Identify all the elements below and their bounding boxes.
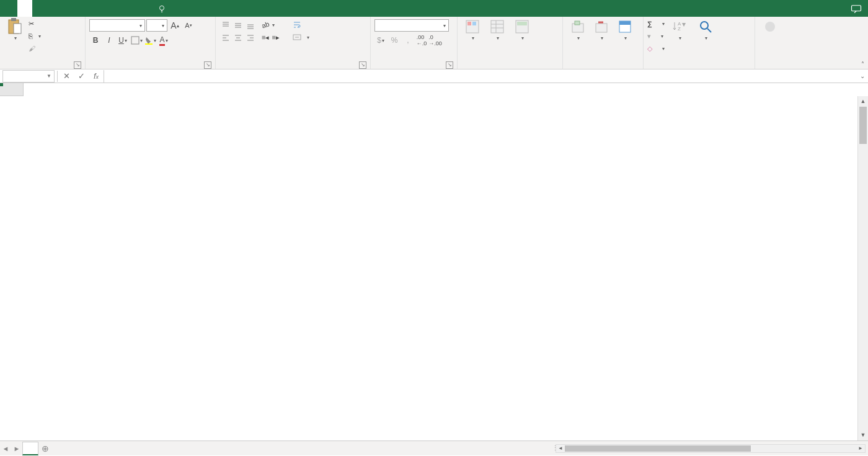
font-color-button[interactable]: A▾: [157, 34, 170, 47]
svg-rect-5: [131, 37, 139, 44]
fx-icon[interactable]: fx: [89, 71, 104, 81]
collapse-ribbon-icon[interactable]: ˄: [861, 61, 864, 68]
delete-cells-button[interactable]: ▾: [590, 18, 613, 41]
svg-rect-1: [852, 5, 861, 11]
group-styles: ▾ ▾ ▾: [458, 17, 563, 69]
fill-button[interactable]: ▾ ▾: [647, 30, 665, 42]
align-grid: [219, 19, 257, 44]
insert-cells-button[interactable]: ▾: [567, 18, 589, 41]
align-right-button[interactable]: [244, 32, 257, 44]
scroll-up-icon[interactable]: ▲: [858, 96, 868, 107]
underline-button[interactable]: U▾: [117, 34, 129, 47]
align-top-button[interactable]: [219, 19, 232, 32]
svg-rect-11: [491, 20, 503, 33]
align-center-button[interactable]: [232, 32, 244, 44]
horizontal-scrollbar[interactable]: ◄ ►: [556, 444, 866, 453]
tab-view[interactable]: [122, 0, 136, 17]
group-number: ▾ $▾ % , .00←.0 .0→.00 ↘: [371, 17, 458, 69]
new-sheet-button[interactable]: ⊕: [38, 444, 52, 454]
font-launcher[interactable]: ↘: [204, 61, 211, 69]
accounting-button[interactable]: $▾: [374, 34, 387, 47]
sheet-tab-bar: ◄ ► ⊕ ⋮ ◄ ►: [0, 440, 868, 455]
tab-draw[interactable]: [47, 0, 62, 17]
format-icon: [616, 18, 634, 35]
increase-indent-icon[interactable]: ≡▸: [272, 34, 279, 42]
tab-review[interactable]: [107, 0, 122, 17]
decrease-indent-icon[interactable]: ≡◂: [262, 34, 269, 42]
paste-button[interactable]: ▾: [4, 18, 26, 41]
align-bottom-button[interactable]: [244, 19, 257, 32]
tab-data[interactable]: [92, 0, 107, 17]
decrease-font-icon[interactable]: A▾: [182, 19, 195, 32]
vertical-scrollbar[interactable]: ▲ ▼: [857, 96, 868, 440]
orientation-button[interactable]: ab▾: [262, 19, 280, 30]
indent-buttons[interactable]: ≡◂ ≡▸: [262, 32, 280, 43]
sort-filter-button[interactable]: AZ ▾: [668, 18, 691, 41]
tab-insert[interactable]: [32, 0, 47, 17]
clear-button[interactable]: ◇ ▾: [647, 43, 665, 54]
increase-font-icon[interactable]: A▴: [169, 19, 181, 32]
enter-formula-button[interactable]: ✓: [74, 71, 89, 81]
format-cells-button[interactable]: ▾: [614, 18, 636, 41]
tab-help[interactable]: [136, 0, 151, 17]
find-select-button[interactable]: ▾: [694, 18, 717, 41]
vscroll-thumb[interactable]: [859, 107, 867, 144]
expand-formula-bar[interactable]: ⌄: [857, 73, 868, 79]
font-size-select[interactable]: ▾: [146, 19, 167, 32]
autosum-button[interactable]: ∑ ▾: [647, 18, 665, 29]
comma-button[interactable]: ,: [402, 34, 414, 47]
clipboard-launcher[interactable]: ↘: [74, 61, 81, 69]
font-name-select[interactable]: ▾: [89, 19, 145, 32]
copy-button[interactable]: ⎘ ▾: [29, 30, 41, 42]
scroll-left-icon[interactable]: ◄: [556, 445, 565, 451]
svg-point-22: [765, 22, 775, 32]
scroll-down-icon[interactable]: ▼: [858, 430, 868, 440]
formula-input[interactable]: [104, 70, 857, 83]
select-all-corner[interactable]: [0, 83, 24, 96]
align-middle-button[interactable]: [232, 19, 244, 32]
sheet-tab-1[interactable]: [22, 442, 38, 455]
sheet-nav-prev[interactable]: ◄: [0, 445, 11, 452]
group-editing: ∑ ▾ ▾ ▾ ◇ ▾ AZ ▾ ▾: [644, 17, 755, 69]
name-box[interactable]: ▼: [2, 70, 55, 83]
cancel-formula-button[interactable]: ✕: [59, 71, 74, 81]
delete-icon: [593, 18, 610, 35]
tab-page-layout[interactable]: [62, 0, 77, 17]
group-cells: ▾ ▾ ▾: [563, 17, 644, 69]
sheet-nav-next[interactable]: ►: [11, 445, 22, 452]
svg-point-0: [160, 6, 164, 10]
percent-button[interactable]: %: [388, 34, 401, 47]
tell-me[interactable]: [157, 4, 170, 13]
border-button[interactable]: ▾: [130, 34, 143, 47]
tab-formulas[interactable]: [77, 0, 92, 17]
format-painter-button[interactable]: 🖌: [29, 43, 41, 54]
alignment-launcher[interactable]: ↘: [359, 61, 366, 69]
scissors-icon: ✂: [29, 20, 34, 28]
number-launcher[interactable]: ↘: [446, 61, 453, 69]
wrap-text-button[interactable]: [293, 19, 309, 30]
merge-center-button[interactable]: ▾: [293, 32, 309, 43]
align-left-button[interactable]: [219, 32, 232, 44]
spreadsheet-grid: ▲ ▼: [0, 83, 868, 440]
fill-color-button[interactable]: ▾: [144, 34, 156, 47]
tab-file[interactable]: [0, 0, 17, 17]
table-icon: [489, 18, 506, 35]
chevron-down-icon: ▾: [14, 35, 17, 41]
scroll-right-icon[interactable]: ►: [856, 445, 865, 451]
cut-button[interactable]: ✂: [29, 18, 41, 29]
number-format-select[interactable]: ▾: [374, 19, 449, 32]
group-clipboard: ▾ ✂ ⎘ ▾ 🖌 ↘: [0, 17, 86, 69]
comments-icon[interactable]: [844, 4, 868, 13]
decrease-decimal-button[interactable]: .0→.00: [429, 34, 441, 47]
tab-home[interactable]: [17, 0, 32, 17]
bold-button[interactable]: B: [89, 34, 102, 47]
lightbulb-icon: [157, 4, 166, 13]
cond-fmt-icon: [464, 18, 481, 35]
addins-button[interactable]: [759, 18, 781, 35]
increase-decimal-button[interactable]: .00←.0: [415, 34, 428, 47]
cell-styles-button[interactable]: ▾: [511, 18, 533, 41]
format-as-table-button[interactable]: ▾: [486, 18, 508, 41]
hscroll-thumb[interactable]: [565, 445, 751, 452]
italic-button[interactable]: I: [103, 34, 115, 47]
conditional-formatting-button[interactable]: ▾: [461, 18, 484, 41]
